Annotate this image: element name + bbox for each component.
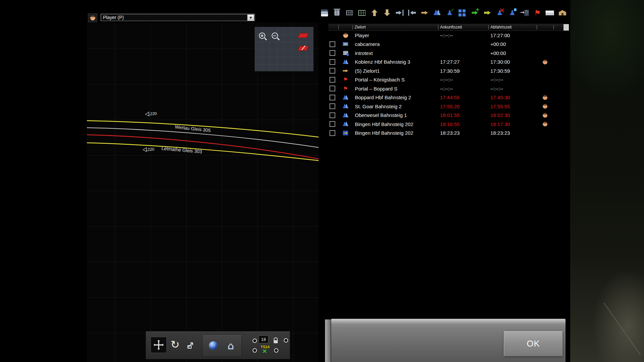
distribute-icon [457,8,467,18]
row-checkbox[interactable] [330,130,335,136]
move-up-button[interactable] [369,7,380,18]
red-parallelogram-icon [298,33,309,38]
depot-button[interactable] [557,7,568,18]
map-panel: Player (P) 1220 1220 Werlau Gleis 305 [87,12,319,362]
portal-button[interactable] [519,7,531,18]
destination-cell: Boppard Hbf Bahnsteig 2 [353,95,438,100]
assign-task-button[interactable] [444,7,455,18]
track-map-canvas[interactable]: 1220 1220 Werlau Gleis 305 Letmathe Glei… [87,22,319,362]
timetable-strip-button[interactable] [544,7,555,18]
route-counter-value: 18 [261,337,266,342]
road-edge [603,303,641,355]
track-draw-button[interactable] [298,43,309,54]
world-view-button[interactable] [207,338,220,353]
rotate-button[interactable] [168,338,182,352]
row-checkbox[interactable] [330,113,335,118]
footer-highlight-strip [331,319,566,324]
passengers-button[interactable] [431,7,443,18]
flag-button[interactable] [532,7,543,18]
svg-text:1220: 1220 [145,147,155,152]
row-checkbox[interactable] [330,86,335,91]
timetable-row[interactable]: Portal – Königsbach S--:--:----:--:-- [328,75,569,84]
drive-to-icon [342,130,349,136]
row-checkbox[interactable] [330,68,335,73]
owner-dropdown-value: Player (P) [103,15,124,20]
world-background [570,0,644,362]
person-info-button[interactable] [506,7,518,18]
signal-flags-icon[interactable] [245,336,253,343]
timetable-row[interactable]: Portal – Boppard S--:--:----:--:-- [328,84,569,93]
row-checkbox[interactable] [330,50,335,56]
pick-target-button[interactable] [419,7,430,18]
remove-task-button[interactable] [494,7,505,18]
destination-cell: cabcamera [353,41,438,47]
timetable-toolbar [319,6,568,19]
row-checkbox[interactable] [330,42,335,47]
home-view-button[interactable] [224,338,237,353]
player-avatar-button[interactable] [88,13,97,22]
dropdown-arrow-icon[interactable] [247,14,254,21]
departure-cell: 18:17:30 [488,121,537,127]
grid-large-button[interactable] [356,7,368,18]
header-icon-col [338,24,353,31]
zoom-in-button[interactable] [257,30,267,41]
departure-cell: +00:00 [488,50,537,56]
arrival-cell: --:--:-- [438,77,488,82]
passenger-head-icon [541,59,549,65]
timetable-row[interactable]: cabcamera+00:00 [328,40,569,49]
zoom-out-button[interactable] [269,30,280,41]
lock-icon[interactable] [273,337,278,344]
row-checkbox[interactable] [330,77,335,82]
cab-camera-icon [342,41,349,48]
person-info-icon [507,8,517,18]
radio-button[interactable] [284,338,288,343]
radio-button[interactable] [253,348,257,353]
delete-button[interactable] [331,7,342,18]
passenger-head-icon [541,112,549,119]
timetable-row[interactable]: (S) Zielort117:30:5917:30:59 [328,66,569,75]
add-waypoint-button[interactable] [469,7,480,18]
header-ankunftszeit: Ankunftszeit [438,24,488,31]
pan-button[interactable] [151,337,167,353]
timetable-row[interactable]: Oberwesel Bahnsteig 118:01:5518:02:30 [328,111,569,120]
track-map-svg: 1220 1220 Werlau Gleis 305 Letmathe Glei… [87,22,319,362]
save-button[interactable] [319,7,330,18]
passenger-head-icon [541,121,549,127]
insert-after-button[interactable] [407,7,418,18]
move-down-icon [382,8,392,18]
row-checkbox[interactable] [330,59,335,65]
timetable-row[interactable]: Player--:--:--17:27:00 [328,31,569,40]
jump-button[interactable] [183,338,198,352]
footer-panel: OK [331,319,566,362]
arrival-cell: 18:01:55 [438,112,488,118]
insert-after-icon [407,8,417,18]
radio-button[interactable] [274,348,278,353]
player-head-icon [342,32,349,39]
row-checkbox[interactable] [330,121,335,127]
arrival-cell: 18:23:23 [438,130,488,136]
radio-button[interactable] [253,339,257,343]
insert-before-button[interactable] [394,7,405,18]
track-segment-button[interactable] [298,30,309,41]
timetable-row[interactable]: Bingen Hbf Bahnsteig 20218:23:2318:23:23 [328,129,569,138]
timetable-row[interactable]: St. Goar Bahnsteig 217:55:2017:55:55 [328,102,569,111]
grid-small-button[interactable] [344,7,355,18]
platform-stop-icon [342,103,349,110]
timetable-row[interactable]: Boppard Hbf Bahnsteig 217:44:5517:45:30 [328,93,569,102]
row-checkbox[interactable] [330,95,335,100]
owner-dropdown[interactable]: Player (P) [101,14,255,21]
timetable-row[interactable]: Bingen Hbf Bahnsteig 20218:16:5518:17:30 [328,120,569,129]
zoom-out-icon [272,33,278,39]
ok-button[interactable]: OK [504,331,563,356]
row-checkbox[interactable] [330,104,335,109]
flag-icon [532,8,542,18]
go-waypoint-button[interactable] [482,7,493,18]
destination-cell: Bingen Hbf Bahnsteig 202 [353,130,438,136]
ts14-link-arrows-icon [261,350,268,353]
timetable-row[interactable]: introtext+00:00 [328,49,569,58]
distribute-button[interactable] [457,7,468,18]
platform-stop-icon [342,59,349,65]
timetable-row[interactable]: Koblenz Hbf Bahnsteig 317:27:2717:30:00 [328,58,569,67]
departure-cell: --:--:-- [488,86,537,92]
move-down-button[interactable] [381,7,393,18]
